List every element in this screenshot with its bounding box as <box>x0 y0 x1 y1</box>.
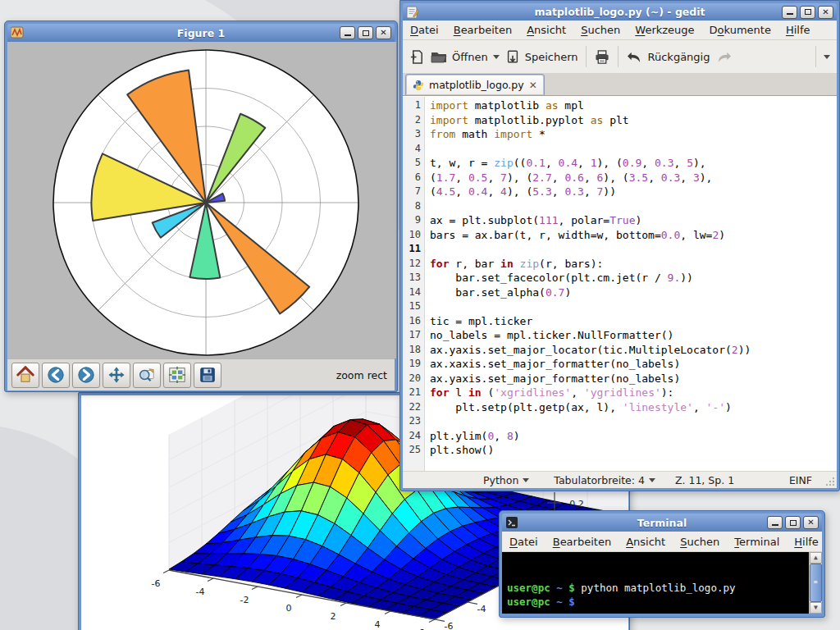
save-button[interactable]: Speichern <box>505 49 578 65</box>
open-folder-icon <box>431 49 447 64</box>
terminal-scrollbar[interactable]: ▲ ≡ ▼ <box>809 552 822 614</box>
gedit-editor[interactable]: 1234567891011121314151617181920212223242… <box>403 96 837 471</box>
maximize-icon <box>805 9 811 15</box>
home-button[interactable] <box>11 363 39 388</box>
redo-button-disabled[interactable] <box>715 50 733 64</box>
figure1-toolbar: zoom rect <box>7 358 395 390</box>
minimize-icon <box>772 520 778 526</box>
gedit-titlebar[interactable]: matplotlib_logo.py (~) - gedit ✕ <box>403 3 837 21</box>
line-number: 10 <box>403 228 421 243</box>
matplotlib-icon <box>11 26 24 39</box>
menu-item-bearbeiten[interactable]: Bearbeiten <box>546 532 619 551</box>
line-number: 15 <box>403 299 421 314</box>
insert-mode-label: EINF <box>789 474 812 486</box>
code-line: import matplotlib as mpl <box>430 98 837 113</box>
polar-plot-canvas[interactable] <box>7 42 396 358</box>
figure1-window[interactable]: Figure 1 ✕ zoom rect <box>4 21 398 392</box>
maximize-icon <box>790 520 797 526</box>
scroll-up-icon[interactable]: ▲ <box>810 552 822 564</box>
save-button-label: Speichern <box>525 51 578 63</box>
scroll-down-icon[interactable]: ▼ <box>810 602 822 614</box>
gedit-statusbar: Python Tabulatorbreite: 4 Z. 11, Sp. 1 E… <box>403 471 837 488</box>
minimize-button[interactable] <box>782 6 797 19</box>
code-line: tic = mpl.ticker <box>430 314 837 329</box>
maximize-button[interactable] <box>800 6 815 19</box>
terminal-titlebar[interactable]: Terminal ✕ <box>502 514 822 532</box>
code-line: bar.set_alpha(0.7) <box>430 285 837 300</box>
code-line: for r, bar in zip(r, bars): <box>430 257 837 272</box>
chevron-down-icon <box>493 55 500 59</box>
axis-tick-label: 4 <box>375 619 381 630</box>
minimize-icon <box>787 9 793 15</box>
menu-item-hilfe[interactable]: Hilfe <box>787 532 826 551</box>
desktop: { "desktop": { "bg": "#e7e8e9", "swirl_c… <box>0 0 840 630</box>
axis-tick-label: -4 <box>196 587 205 597</box>
terminal-line: user@pc ~ $ python matplotlib_logo.py <box>507 582 806 596</box>
close-button[interactable]: ✕ <box>818 6 833 19</box>
line-number: 21 <box>403 386 421 400</box>
tab-width-combo[interactable]: Tabulatorbreite: 4 <box>549 473 660 487</box>
axis-tick-label: -4 <box>477 604 486 614</box>
menu-item-datei[interactable]: Datei <box>502 532 546 551</box>
minimize-button[interactable] <box>340 26 355 39</box>
forward-button[interactable] <box>72 363 100 388</box>
menu-item-ansicht[interactable]: Ansicht <box>619 532 673 551</box>
menu-item-dokumente[interactable]: Dokumente <box>702 21 778 39</box>
menu-item-bearbeiten[interactable]: Bearbeiten <box>446 21 519 39</box>
save-document-icon <box>505 49 520 65</box>
configure-subplots-button[interactable] <box>163 363 191 388</box>
back-button[interactable] <box>42 363 70 388</box>
code-line: plt.ylim(0, 8) <box>430 429 837 444</box>
save-button[interactable] <box>194 363 221 388</box>
maximize-button[interactable] <box>785 516 801 529</box>
open-button[interactable]: Öffnen <box>431 49 500 64</box>
tab-matplotlib-logo[interactable]: matplotlib_logo.py ✕ <box>405 74 545 95</box>
terminal-window[interactable]: Terminal ✕ DateiBearbeitenAnsichtSuchenT… <box>499 510 825 618</box>
scrollbar-thumb[interactable]: ≡ <box>810 564 822 602</box>
print-button[interactable] <box>594 49 610 65</box>
code-line: t, w, r = zip((0.1, 0.4, 1), (0.9, 0.3, … <box>430 156 837 171</box>
terminal-menubar: DateiBearbeitenAnsichtSuchenTerminalHilf… <box>502 532 822 552</box>
undo-button[interactable]: Rückgängig <box>626 50 710 64</box>
maximize-icon <box>363 30 369 36</box>
code-line: import matplotlib.pyplot as plt <box>430 113 837 128</box>
line-number: 1 <box>403 98 421 113</box>
line-number: 18 <box>403 343 421 358</box>
language-combo[interactable]: Python <box>478 473 534 487</box>
menu-item-hilfe[interactable]: Hilfe <box>778 21 818 39</box>
line-number: 13 <box>403 271 421 285</box>
tab-close-icon[interactable]: ✕ <box>529 80 537 91</box>
line-number: 25 <box>403 443 421 458</box>
code-line <box>430 414 837 429</box>
zoom-rect-button[interactable] <box>133 363 161 388</box>
code-area[interactable]: import matplotlib as mplimport matplotli… <box>425 97 837 471</box>
new-document-button[interactable] <box>409 49 425 65</box>
resize-grip[interactable] <box>825 477 835 486</box>
code-line: no_labels = mpl.ticker.NullFormatter() <box>430 328 837 343</box>
line-number: 4 <box>403 142 421 157</box>
line-number: 12 <box>403 257 421 272</box>
chevron-down-icon <box>824 55 830 59</box>
close-button[interactable]: ✕ <box>376 26 391 39</box>
menu-item-ansicht[interactable]: Ansicht <box>519 21 573 39</box>
close-icon: ✕ <box>807 518 814 527</box>
menu-item-datei[interactable]: Datei <box>403 21 446 39</box>
redo-icon <box>715 50 733 64</box>
pan-icon <box>107 366 126 384</box>
gedit-window[interactable]: matplotlib_logo.py (~) - gedit ✕ DateiBe… <box>399 0 840 491</box>
figure1-titlebar[interactable]: Figure 1 ✕ <box>7 24 395 42</box>
menu-item-suchen[interactable]: Suchen <box>673 532 727 551</box>
axis-tick-label: 0 <box>286 603 292 614</box>
menu-item-terminal[interactable]: Terminal <box>727 532 787 551</box>
terminal-screen[interactable]: user@pc ~ $ python matplotlib_logo.pyuse… <box>502 552 822 614</box>
maximize-button[interactable] <box>358 26 373 39</box>
pan-button[interactable] <box>103 363 130 388</box>
menu-item-werkzeuge[interactable]: Werkzeuge <box>628 21 701 39</box>
minimize-button[interactable] <box>767 516 783 529</box>
close-button[interactable]: ✕ <box>803 516 819 529</box>
undo-icon <box>626 50 643 64</box>
axis-tick-label: -6 <box>445 621 454 630</box>
toolbar-overflow-button[interactable] <box>824 55 830 59</box>
tab-width-combo-value: Tabulatorbreite: 4 <box>554 474 645 486</box>
menu-item-suchen[interactable]: Suchen <box>573 21 628 39</box>
